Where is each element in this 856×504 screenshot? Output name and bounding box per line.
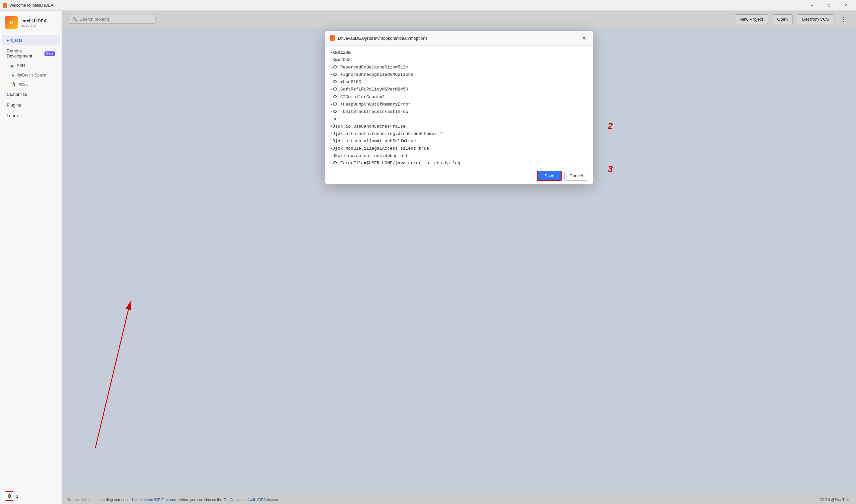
vmoptions-line-13: -Djdk.attach.allowAttachSelf=true	[330, 138, 588, 145]
dialog-titlebar: D:\Java\IDEA\jetbra\vmoptions\idea.vmopt…	[325, 31, 593, 46]
remote-dev-badge: Beta	[45, 51, 55, 56]
vmoptions-line-7: -XX:CICompilerCount=2	[330, 93, 588, 101]
vmoptions-line-12: -Djdk.http.auth.tunneling.disabledScheme…	[330, 130, 588, 138]
sidebar-item-customize[interactable]: Customize	[2, 89, 59, 100]
annotation-2: 2	[608, 121, 613, 131]
close-window-button[interactable]: ✕	[838, 0, 853, 11]
vmoptions-line-14: -Djdk.module.illegalAccess.silent=true	[330, 145, 588, 152]
step-1-label: 1	[16, 494, 18, 499]
app-name: IntelliJ IDEA	[21, 18, 47, 23]
titlebar-controls: − □ ✕	[805, 0, 853, 11]
vmoptions-line-15: -Dkotlinx.coroutines.debug=off	[330, 152, 588, 160]
sidebar: IJ IntelliJ IDEA 2023.2.5 Projects Remot…	[0, 11, 62, 504]
sidebar-header: IJ IntelliJ IDEA 2023.2.5	[0, 11, 62, 33]
vmoptions-line-11: -Dsun.io.useCanonCaches=false	[330, 123, 588, 130]
titlebar: Welcome to IntelliJ IDEA − □ ✕	[0, 0, 856, 11]
vmoptions-line-1: -Xms128m	[330, 49, 588, 56]
settings-icon-button[interactable]: ⚙	[5, 491, 14, 501]
minimize-button[interactable]: −	[805, 0, 820, 11]
dialog-footer: Save Cancel	[325, 167, 593, 184]
app-version: 2023.2.5	[21, 23, 47, 28]
annotation-3: 3	[608, 164, 613, 174]
app-info: IntelliJ IDEA 2023.2.5	[21, 18, 47, 28]
sidebar-item-wsl-label: WSL	[19, 82, 28, 87]
dialog-body[interactable]: -Xms128m -Xmx2048m -XX:ReservedCodeCache…	[325, 46, 593, 167]
sidebar-item-ssh-label: SSH	[17, 64, 25, 68]
sidebar-item-learn-label: Learn	[7, 113, 18, 118]
vmoptions-line-8: -XX:+HeapDumpOnOutOfMemoryError	[330, 101, 588, 108]
vmoptions-line-4: -XX:+IgnoreUnrecognizedVMOptions	[330, 71, 588, 78]
vmoptions-line-10: -ea	[330, 115, 588, 123]
sidebar-item-customize-label: Customize	[7, 92, 27, 97]
dialog-title: D:\Java\IDEA\jetbra\vmoptions\idea.vmopt…	[338, 36, 428, 41]
save-button[interactable]: Save	[537, 171, 562, 181]
intellij-icon	[3, 3, 7, 8]
sidebar-item-remote-dev-label: Remote Development	[7, 49, 40, 58]
modal-overlay: D:\Java\IDEA\jetbra\vmoptions\idea.vmopt…	[62, 11, 856, 504]
titlebar-left: Welcome to IntelliJ IDEA	[3, 3, 53, 8]
app-layout: IJ IntelliJ IDEA 2023.2.5 Projects Remot…	[0, 11, 856, 504]
app-logo: IJ	[5, 16, 18, 30]
vmoptions-line-3: -XX:ReservedCodeCacheSize=512m	[330, 64, 588, 71]
sidebar-item-wsl[interactable]: 🐧 WSL	[2, 80, 59, 89]
sidebar-footer: ⚙ 1	[0, 488, 62, 504]
cancel-button[interactable]: Cancel	[564, 171, 588, 181]
sidebar-item-jetbrains-space-label: JetBrains Space	[17, 73, 46, 77]
sidebar-item-learn[interactable]: Learn	[2, 111, 59, 121]
dialog-intellij-icon	[330, 35, 336, 41]
vmoptions-line-5: -XX:+UseG1GC	[330, 78, 588, 86]
vmoptions-line-2: -Xmx2048m	[330, 56, 588, 64]
sidebar-item-projects-label: Projects	[7, 38, 22, 43]
sidebar-nav: Projects Remote Development Beta ▶ SSH ●…	[0, 33, 62, 488]
vmoptions-line-6: -XX:SoftRefLRUPolicyMSPerMB=50	[330, 86, 588, 93]
sidebar-item-remote-dev[interactable]: Remote Development Beta	[2, 46, 59, 61]
titlebar-title: Welcome to IntelliJ IDEA	[10, 3, 53, 8]
sidebar-item-plugins[interactable]: Plugins	[2, 100, 59, 110]
sidebar-item-jetbrains-space[interactable]: ● JetBrains Space	[2, 71, 59, 80]
sidebar-item-projects[interactable]: Projects	[2, 35, 59, 46]
maximize-button[interactable]: □	[821, 0, 837, 11]
vmoptions-dialog: D:\Java\IDEA\jetbra\vmoptions\idea.vmopt…	[325, 31, 593, 184]
main-content: 🔍 Search projects New Project Open Get f…	[62, 11, 856, 504]
vmoptions-line-9: -XX:-OmitStackTraceInFastThrow	[330, 108, 588, 115]
dialog-title-row: D:\Java\IDEA\jetbra\vmoptions\idea.vmopt…	[330, 35, 428, 41]
vmoptions-line-16: -XX:ErrorFile=$USER_HOME/java_error_in_i…	[330, 160, 588, 167]
dialog-close-button[interactable]: ✕	[580, 34, 588, 42]
sidebar-item-ssh[interactable]: ▶ SSH	[2, 61, 59, 70]
sidebar-item-plugins-label: Plugins	[7, 103, 21, 108]
